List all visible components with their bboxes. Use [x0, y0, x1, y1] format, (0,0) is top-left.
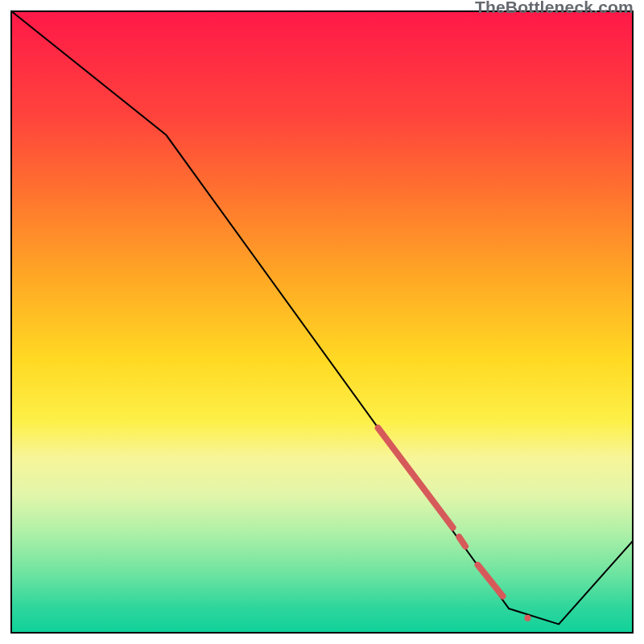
plot-area: [10, 10, 634, 634]
chart-container: TheBottleneck.com: [0, 0, 644, 644]
watermark-label: TheBottleneck.com: [475, 0, 634, 17]
